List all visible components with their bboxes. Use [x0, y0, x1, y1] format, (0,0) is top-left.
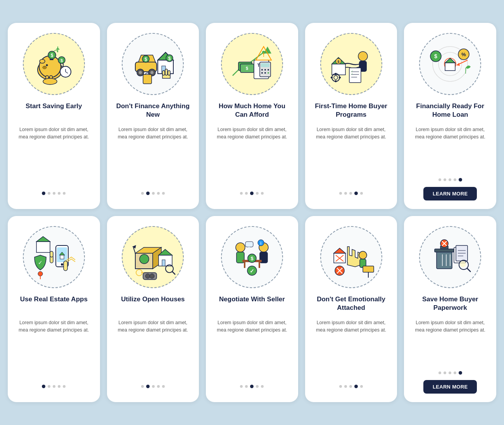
svg-rect-87 [60, 255, 64, 259]
dot-1 [240, 192, 243, 195]
svg-point-52 [268, 72, 269, 74]
svg-text:$: $ [168, 56, 171, 61]
card-title-open-houses: Utilize Open Houses [121, 295, 185, 314]
svg-point-3 [46, 64, 48, 66]
dot-3 [53, 192, 55, 195]
svg-point-113 [150, 274, 154, 278]
dot-5 [162, 385, 165, 388]
dot-1 [438, 178, 441, 181]
card-title-start-saving: Start Saving Early [26, 102, 82, 121]
svg-rect-55 [332, 64, 345, 75]
illustration-first-time-buyer: $ ✓ ✓ [320, 33, 382, 95]
dot-2 [48, 385, 50, 388]
svg-rect-67 [335, 73, 337, 75]
dot-3 [349, 385, 352, 388]
svg-text:✓: ✓ [351, 70, 353, 73]
illustration-open-houses [122, 226, 184, 288]
card-dots-first-time-buyer [339, 192, 363, 195]
svg-text:✓: ✓ [250, 268, 254, 274]
svg-marker-75 [445, 58, 455, 63]
illustration-negotiate-seller: $ ✓ i [221, 226, 283, 288]
card-real-estate-apps: ✓ Use Real Estate Apps Lorem ipsum dolor… [8, 216, 100, 402]
card-body-financially-ready: Lorem ipsum dolor sit dim amet, mea regi… [410, 126, 490, 171]
card-dont-finance: $ $ Don't Finance Anything New Lorem ips… [107, 23, 199, 209]
illustration-save-paperwork [419, 226, 481, 288]
card-title-first-time-buyer: First-Time Home Buyer Programs [311, 102, 391, 121]
dot-2 [344, 192, 347, 195]
svg-rect-102 [162, 260, 165, 266]
dot-3 [449, 178, 451, 181]
illustration-how-much-home: $ $ TAX % ! [221, 33, 283, 95]
card-dont-emotionally: Don't Get Emotionally Attached Lorem ips… [305, 216, 397, 402]
card-body-first-time-buyer: Lorem ipsum dolor sit dim amet, mea regi… [311, 126, 391, 185]
svg-point-48 [264, 69, 266, 71]
dot-4 [256, 192, 259, 195]
svg-text:$: $ [246, 66, 248, 71]
svg-text:✓: ✓ [38, 259, 43, 266]
dot-2 [245, 385, 248, 388]
svg-text:i: i [261, 241, 262, 245]
card-dots-negotiate-seller [240, 385, 264, 388]
svg-point-99 [140, 254, 149, 264]
dot-5 [459, 178, 462, 181]
card-body-save-paperwork: Lorem ipsum dolor sit dim amet, mea regi… [410, 319, 490, 364]
dot-5 [459, 371, 462, 375]
learn-more-button-financially-ready[interactable]: LEARN MORE [423, 187, 477, 200]
svg-rect-141 [435, 249, 454, 252]
svg-point-133 [359, 251, 367, 259]
dot-4 [58, 385, 60, 388]
svg-rect-32 [165, 69, 167, 75]
svg-point-47 [261, 69, 263, 71]
card-title-real-estate-apps: Use Real Estate Apps [20, 295, 88, 314]
dot-5 [162, 192, 165, 195]
dot-4 [58, 192, 60, 195]
svg-point-20 [139, 71, 142, 74]
card-financially-ready: % $ Financially Ready For Home Loan Lore… [404, 23, 496, 209]
dot-1 [339, 385, 342, 388]
svg-text:✓: ✓ [351, 73, 353, 75]
svg-text:$: $ [337, 60, 339, 64]
svg-rect-30 [143, 74, 152, 84]
svg-rect-120 [259, 262, 260, 268]
svg-rect-69 [331, 77, 333, 78]
dot-3 [250, 192, 254, 195]
svg-point-2 [40, 59, 45, 63]
dot-5 [360, 192, 363, 195]
dot-4 [454, 178, 456, 181]
illustration-start-saving: $ $ [23, 33, 85, 95]
card-grid: $ $ Start Saving Early Lorem ipsum dolor… [8, 23, 496, 402]
learn-more-button-save-paperwork[interactable]: LEARN MORE [423, 380, 477, 394]
dot-2 [146, 192, 150, 195]
svg-rect-95 [50, 251, 53, 257]
card-first-time-buyer: $ ✓ ✓ First-Time Home Buyer Programs Lor… [305, 23, 397, 209]
svg-marker-126 [248, 247, 250, 249]
svg-text:$: $ [145, 57, 147, 62]
dot-3 [152, 385, 155, 388]
illustration-dont-finance: $ $ [122, 33, 184, 95]
card-how-much-home: $ $ TAX % ! How Much Home [206, 23, 298, 209]
dot-1 [141, 192, 144, 195]
dot-3 [349, 192, 352, 195]
card-body-dont-finance: Lorem ipsum dolor sit dim amet, mea regi… [113, 126, 193, 185]
svg-rect-88 [36, 242, 50, 252]
card-dots-how-much-home [240, 192, 264, 195]
dot-1 [339, 192, 342, 195]
dot-5 [261, 192, 264, 195]
svg-point-49 [268, 69, 269, 71]
svg-marker-81 [457, 63, 460, 66]
svg-point-51 [264, 72, 266, 74]
svg-point-17 [43, 78, 57, 85]
card-dots-dont-finance [141, 192, 165, 195]
svg-rect-70 [339, 77, 341, 78]
card-dots-save-paperwork [438, 371, 462, 375]
dot-4 [354, 192, 358, 195]
card-negotiate-seller: $ ✓ i Negotiate With Seller Lorem ipsum … [206, 216, 298, 402]
dot-5 [63, 192, 66, 195]
dot-5 [261, 385, 264, 388]
dot-2 [344, 385, 347, 388]
card-dots-start-saving [42, 192, 66, 195]
svg-point-66 [334, 76, 338, 79]
svg-text:%: % [461, 52, 466, 57]
svg-rect-31 [162, 71, 165, 75]
dot-2 [48, 192, 50, 195]
